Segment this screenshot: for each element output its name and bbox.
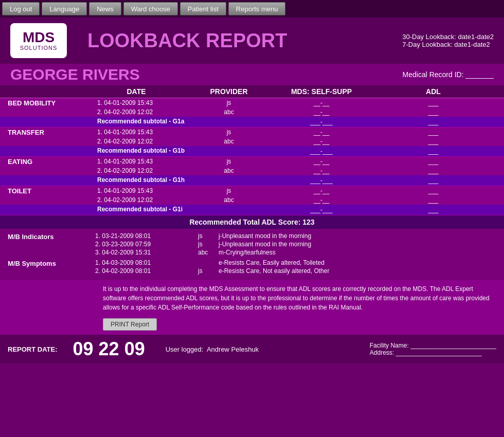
subtotal-adl: ___ (363, 206, 504, 214)
top-navigation: Log out Language News Ward choose Patien… (0, 0, 504, 17)
subtotal-mds: ___-___ (280, 147, 363, 155)
report-title: LOOKBACK REPORT (87, 30, 402, 52)
ward-choose-button[interactable]: Ward choose (123, 2, 178, 15)
total-row: Recommended Total ADL Score: 123 (0, 215, 504, 229)
table-area: DATE PROVIDER MDS: SELF-SUPP ADL BED MOB… (0, 85, 504, 229)
list-item: 3. 04-02-2009 15:31 abc m-Crying/tearful… (95, 248, 504, 257)
table-row: 2. 04-02-2009 12:02 abc __-__ ___ (0, 107, 504, 117)
subtotal-label: Recommended subtotal - G1i (95, 206, 280, 214)
mb-indicators-label: M/B Indicators (0, 232, 95, 257)
mb-symptoms-label: M/B Symptoms (0, 259, 95, 275)
entry-provider: abc (198, 249, 219, 256)
provider-cell: js (177, 157, 280, 166)
adl-cell: ___ (363, 157, 504, 166)
provider-cell: abc (177, 108, 280, 116)
table-row: EATING 1. 04-01-2009 15:43 js __-__ ___ (0, 157, 504, 166)
date-cell: 1. 04-01-2009 15:43 (95, 157, 177, 166)
subtotal-row: Recommended subtotal - G1i ___-___ ___ (0, 205, 504, 215)
entry-description: e-Resists Care, Easily altered, Toileted (219, 259, 504, 266)
bed-mobility-label: BED MOBILITY (0, 99, 95, 107)
col-date: DATE (95, 87, 177, 96)
mds-cell: __-__ (280, 108, 363, 116)
mds-cell: __-__ (280, 196, 363, 204)
entry-provider: js (198, 267, 219, 275)
adl-cell: ___ (363, 128, 504, 136)
eating-label: EATING (0, 157, 95, 166)
adl-cell: ___ (363, 137, 504, 145)
logo-subtitle: SOLUTIONS (16, 45, 61, 51)
subtotal-label: Recommended subtotal - G1a (95, 118, 280, 126)
date-cell: 2. 04-02-2009 12:02 (95, 196, 177, 204)
logo: MDS SOLUTIONS (10, 23, 67, 58)
entry-description: e-Resists Care, Not easily altered, Othe… (219, 267, 504, 275)
news-button[interactable]: News (89, 2, 121, 15)
subtotal-adl: ___ (363, 176, 504, 185)
language-button[interactable]: Language (42, 2, 87, 15)
medical-record: Medical Record ID: _______ (403, 70, 494, 79)
entry-date: 1. 03-21-2009 08:01 (95, 232, 198, 240)
date-cell: 2. 04-02-2009 12:02 (95, 167, 177, 175)
date-cell: 2. 04-02-2009 12:02 (95, 108, 177, 116)
entry-description: j-Unpleasant mood in the morning (219, 232, 504, 240)
lookback-7: 7-Day Lookback: date1-date2 (402, 41, 494, 48)
facility-name-value: _________________________ (410, 342, 496, 349)
date-cell: 1. 04-01-2009 15:43 (95, 128, 177, 136)
lookback-30: 30-Day Lookback: date1-date2 (402, 33, 494, 41)
report-date-value: 09 22 09 (73, 338, 145, 360)
subtotal-label: Recommended subtotal - G1h (95, 176, 280, 185)
mds-cell: __-__ (280, 157, 363, 166)
disclaimer: It is up to the individual completing th… (0, 280, 504, 316)
bed-mobility-block: BED MOBILITY 1. 04-01-2009 15:43 js __-_… (0, 98, 504, 128)
facility-name-label: Facility Name: (370, 342, 409, 349)
subtotal-label: Recommended subtotal - G1b (95, 147, 280, 155)
facility-name: Facility Name: _________________________ (370, 342, 496, 349)
col-mds: MDS: SELF-SUPP (280, 87, 363, 96)
subtotal-mds: ___-___ (280, 118, 363, 126)
entry-date: 1. 04-03-2009 08:01 (95, 259, 198, 266)
patient-list-button[interactable]: Patient list (180, 2, 226, 15)
table-row: BED MOBILITY 1. 04-01-2009 15:43 js __-_… (0, 98, 504, 107)
subtotal-row: Recommended subtotal - G1h ___-___ ___ (0, 175, 504, 186)
col-adl: ADL (363, 87, 504, 96)
subtotal-row: Recommended subtotal - G1b ___-___ ___ (0, 146, 504, 156)
adl-cell: ___ (363, 187, 504, 195)
table-row: 2. 04-02-2009 12:02 abc __-__ ___ (0, 166, 504, 175)
list-item: 2. 03-23-2009 07:59 js j-Unpleasant mood… (95, 240, 504, 248)
user-logged: User logged: Andrew Peleshuk (166, 345, 259, 353)
lookback-info: 30-Day Lookback: date1-date2 7-Day Lookb… (402, 33, 494, 48)
address-value: _________________________ (395, 349, 481, 356)
indicators-area: M/B Indicators 1. 03-21-2009 08:01 js j-… (0, 229, 504, 280)
address: Address: _________________________ (370, 349, 496, 356)
toilet-label: TOILET (0, 187, 95, 195)
transfer-label: TRANSFER (0, 128, 95, 136)
table-row: 2. 04-02-2009 12:02 abc __-__ ___ (0, 137, 504, 146)
date-cell: 1. 04-01-2009 15:43 (95, 99, 177, 107)
adl-cell: ___ (363, 99, 504, 107)
provider-cell: js (177, 128, 280, 136)
list-item: 2. 04-02-2009 08:01 js e-Resists Care, N… (95, 267, 504, 275)
logout-button[interactable]: Log out (2, 2, 40, 15)
patient-name: GEORGE RIVERS (10, 66, 403, 83)
header: MDS SOLUTIONS LOOKBACK REPORT 30-Day Loo… (0, 17, 504, 64)
entry-date: 2. 04-02-2009 08:01 (95, 267, 198, 275)
mds-cell: __-__ (280, 128, 363, 136)
list-item: 1. 03-21-2009 08:01 js j-Unpleasant mood… (95, 232, 504, 240)
table-row: 2. 04-02-2009 12:02 abc __-__ ___ (0, 195, 504, 205)
provider-cell: abc (177, 167, 280, 175)
print-button[interactable]: PRINT Report (103, 318, 157, 331)
patient-banner: GEORGE RIVERS Medical Record ID: _______ (0, 64, 504, 85)
reports-menu-button[interactable]: Reports menu (228, 2, 286, 15)
toilet-block: TOILET 1. 04-01-2009 15:43 js __-__ ___ … (0, 186, 504, 215)
entry-description: m-Crying/tearfulness (219, 249, 504, 256)
subtotal-adl: ___ (363, 147, 504, 155)
col-category (0, 87, 95, 96)
col-provider: PROVIDER (177, 87, 280, 96)
mb-symptoms-block: M/B Symptoms 1. 04-03-2009 08:01 e-Resis… (0, 259, 504, 275)
subtotal-row: Recommended subtotal - G1a ___-___ ___ (0, 117, 504, 127)
address-label: Address: (370, 349, 394, 356)
entry-provider: js (198, 241, 219, 248)
date-cell: 2. 04-02-2009 12:02 (95, 137, 177, 145)
adl-cell: ___ (363, 196, 504, 204)
mb-indicators-block: M/B Indicators 1. 03-21-2009 08:01 js j-… (0, 232, 504, 257)
entry-description: j-Unpleasant mood in the morning (219, 241, 504, 248)
